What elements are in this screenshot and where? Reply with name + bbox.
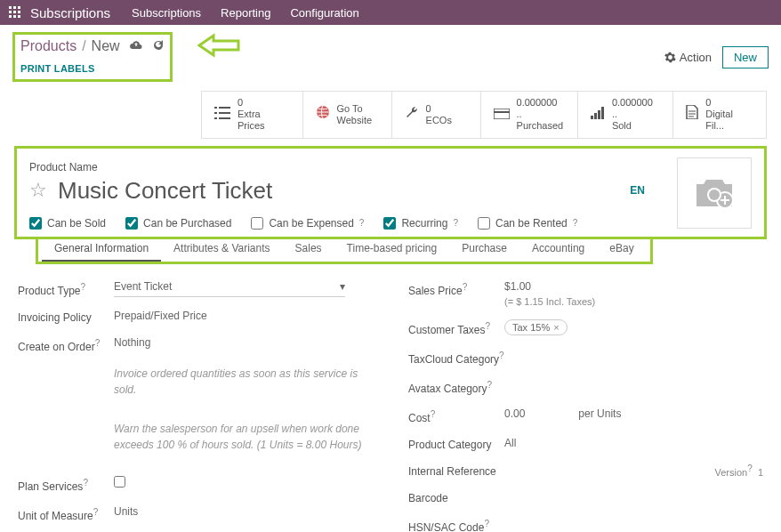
can-be-purchased-checkbox[interactable]: Can be Purchased	[125, 217, 231, 230]
arrow-left-icon	[197, 32, 240, 59]
language-button[interactable]: EN	[630, 184, 645, 197]
plan-services-label: Plan Services	[18, 480, 83, 493]
menu-subscriptions[interactable]: Subscriptions	[132, 6, 201, 20]
discard-icon[interactable]	[152, 39, 165, 54]
sales-price-value[interactable]: $1.00	[504, 280, 763, 293]
product-type-label: Product Type	[18, 285, 81, 297]
svg-rect-19	[594, 113, 597, 119]
product-type-select[interactable]: Event Ticket▾	[114, 280, 345, 297]
cost-value[interactable]: 0.00	[504, 407, 525, 420]
product-name-input[interactable]: Music Concert Ticket	[58, 177, 619, 205]
breadcrumb-sep: /	[82, 38, 85, 54]
svg-rect-5	[18, 11, 20, 13]
svg-rect-18	[591, 116, 593, 119]
tab-attributes-variants[interactable]: Attributes & Variants	[161, 237, 283, 262]
action-menu[interactable]: Action	[664, 51, 712, 64]
breadcrumb-highlight: Products / New PRINT LABELS	[12, 32, 173, 82]
tab-general-information[interactable]: General Information	[42, 237, 161, 262]
breadcrumb-current: New	[92, 38, 120, 54]
svg-rect-3	[9, 11, 12, 13]
stat-goto-website[interactable]: Go ToWebsite	[302, 92, 391, 138]
caret-down-icon: ▾	[340, 280, 345, 293]
help-icon: ?	[453, 218, 458, 228]
cost-per: per Units	[578, 407, 621, 420]
tab-purchase[interactable]: Purchase	[449, 237, 519, 262]
unit-of-measure-value[interactable]: Units	[114, 505, 373, 518]
svg-rect-12	[219, 112, 230, 114]
stat-digital-files[interactable]: 0Digital Fil...	[672, 92, 767, 138]
svg-rect-7	[13, 15, 16, 18]
can-be-expensed-checkbox[interactable]: Can be Expensed?	[251, 217, 364, 230]
barcode-label: Barcode	[408, 490, 504, 504]
product-flags: Can be Sold Can be Purchased Can be Expe…	[29, 217, 752, 230]
can-be-rented-checkbox[interactable]: Can be Rented?	[478, 217, 577, 230]
tab-accounting[interactable]: Accounting	[519, 237, 597, 262]
menu-reporting[interactable]: Reporting	[221, 6, 270, 20]
tab-ebay[interactable]: eBay	[597, 237, 646, 262]
menu-configuration[interactable]: Configuration	[290, 6, 358, 20]
tax-chip[interactable]: Tax 15%×	[504, 319, 568, 335]
cloud-save-icon[interactable]	[129, 39, 143, 53]
apps-icon[interactable]	[7, 4, 23, 20]
print-labels-button[interactable]: PRINT LABELS	[20, 63, 165, 74]
svg-rect-16	[494, 109, 510, 119]
svg-point-24	[709, 189, 720, 200]
sales-price-incl-tax: (= $ 1.15 Incl. Taxes)	[504, 296, 763, 307]
svg-rect-10	[219, 107, 230, 109]
brand-title[interactable]: Subscriptions	[30, 5, 110, 20]
camera-add-icon	[692, 175, 737, 211]
action-buttons: Action New	[664, 46, 769, 69]
can-be-sold-checkbox[interactable]: Can be Sold	[29, 217, 106, 230]
help-icon: ?	[573, 218, 578, 228]
top-nav: Subscriptions Subscriptions Reporting Co…	[0, 0, 781, 25]
file-icon	[686, 105, 698, 124]
favorite-star-icon[interactable]: ☆	[29, 179, 47, 202]
globe-icon	[316, 105, 330, 124]
svg-rect-6	[9, 15, 12, 18]
product-image-placeholder[interactable]	[677, 157, 752, 229]
internal-reference-label: Internal Reference	[408, 463, 504, 478]
svg-rect-1	[13, 6, 16, 9]
svg-rect-21	[601, 107, 604, 119]
svg-rect-0	[9, 6, 12, 9]
invoicing-policy-value[interactable]: Prepaid/Fixed Price	[114, 310, 373, 322]
svg-rect-2	[18, 6, 20, 9]
left-column: Product Type? Event Ticket▾ Invoicing Po…	[18, 280, 373, 532]
bars-icon	[591, 105, 605, 124]
wrench-icon	[405, 105, 419, 124]
unit-of-measure-label: Unit of Measure	[18, 510, 93, 522]
customer-taxes-label: Customer Taxes	[408, 324, 485, 336]
svg-rect-14	[219, 117, 230, 119]
breadcrumb-root[interactable]: Products	[20, 38, 76, 54]
remove-tax-icon[interactable]: ×	[553, 322, 559, 333]
card-icon	[494, 105, 510, 124]
svg-rect-20	[598, 110, 600, 119]
svg-rect-17	[494, 111, 510, 113]
help-text-1: Invoice ordered quantities as soon as th…	[114, 366, 373, 398]
product-category-value[interactable]: All	[504, 437, 763, 449]
form-body: Product Type? Event Ticket▾ Invoicing Po…	[14, 280, 767, 532]
svg-rect-8	[18, 15, 20, 18]
version-value: 1	[758, 466, 763, 477]
create-on-order-label: Create on Order	[18, 341, 95, 353]
create-on-order-value[interactable]: Nothing	[114, 336, 373, 349]
svg-rect-9	[214, 107, 217, 109]
stat-extra-prices[interactable]: 0Extra Prices	[201, 92, 302, 138]
taxcloud-category-label: TaxCloud Category	[408, 353, 499, 366]
sales-price-label: Sales Price	[408, 285, 463, 297]
svg-rect-11	[214, 112, 217, 114]
breadcrumb-bar: Products / New PRINT LABELS Action New	[0, 25, 781, 82]
avatax-category-label: Avatax Category	[408, 383, 487, 395]
tab-sales[interactable]: Sales	[283, 237, 334, 262]
stat-ecos[interactable]: 0ECOs	[391, 92, 480, 138]
tab-time-based-pricing[interactable]: Time-based pricing	[334, 237, 450, 262]
new-button[interactable]: New	[722, 46, 769, 69]
stat-buttons: 0Extra Prices Go ToWebsite 0ECOs 0.00000…	[201, 91, 767, 139]
recurring-checkbox[interactable]: Recurring?	[383, 217, 458, 230]
plan-services-checkbox[interactable]	[114, 476, 125, 488]
invoicing-policy-label: Invoicing Policy	[18, 310, 114, 324]
tab-bar: General Information Attributes & Variant…	[36, 237, 653, 264]
stat-purchased[interactable]: 0.000000 ..Purchased	[480, 92, 577, 138]
stat-sold[interactable]: 0.000000 ..Sold	[577, 92, 672, 138]
right-column: Sales Price? $1.00 (= $ 1.15 Incl. Taxes…	[408, 280, 763, 532]
